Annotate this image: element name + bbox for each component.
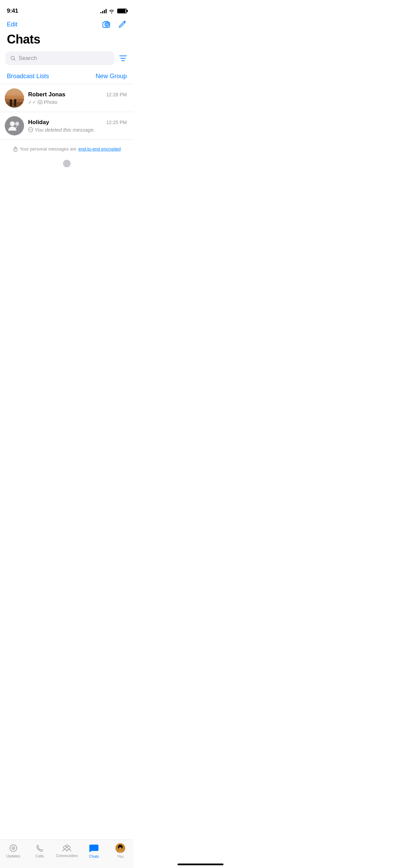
svg-point-14 xyxy=(5,116,24,135)
chat-name-holiday: Holiday xyxy=(28,119,49,126)
blocked-icon xyxy=(28,127,33,132)
search-icon xyxy=(10,56,16,61)
edit-button[interactable]: Edit xyxy=(7,21,17,28)
battery-icon xyxy=(117,9,127,13)
chat-content-robert-jonas: Robert Jonas 12:28 PM ✓✓ Photo xyxy=(28,91,127,105)
signal-icon xyxy=(100,9,107,13)
group-avatar-icon xyxy=(5,116,24,135)
deleted-text: You deleted this message. xyxy=(35,127,95,133)
chat-preview-robert-jonas: ✓✓ Photo xyxy=(28,99,127,105)
chat-item-robert-jonas[interactable]: Robert Jonas 12:28 PM ✓✓ Photo xyxy=(0,84,134,112)
chat-preview-text-robert-jonas: Photo xyxy=(44,99,57,105)
new-group-button[interactable]: New Group xyxy=(96,73,127,80)
chat-item-holiday[interactable]: Holiday 12:25 PM You deleted this messag… xyxy=(0,112,134,140)
encryption-link[interactable]: end-to-end encrypted xyxy=(78,146,121,152)
search-area: Search xyxy=(0,51,134,71)
lock-icon xyxy=(13,146,18,152)
camera-icon xyxy=(102,20,112,28)
status-icons xyxy=(100,9,127,13)
chat-content-holiday: Holiday 12:25 PM You deleted this messag… xyxy=(28,119,127,133)
svg-rect-7 xyxy=(5,88,24,99)
svg-rect-12 xyxy=(14,101,16,106)
broadcast-lists-button[interactable]: Broadcast Lists xyxy=(7,73,49,80)
svg-point-13 xyxy=(39,101,41,103)
loading-indicator xyxy=(63,160,71,167)
loading-dot xyxy=(0,156,134,171)
search-placeholder: Search xyxy=(19,55,37,62)
compose-button[interactable] xyxy=(118,20,127,29)
page-title: Chats xyxy=(0,31,134,51)
chat-preview-holiday: You deleted this message. xyxy=(28,127,127,133)
chat-time-robert-jonas: 12:28 PM xyxy=(106,92,127,97)
status-time: 9:41 xyxy=(7,8,18,14)
compose-icon xyxy=(118,20,127,29)
wifi-icon xyxy=(109,9,114,13)
chat-top-holiday: Holiday 12:25 PM xyxy=(28,119,127,126)
double-check-icon: ✓✓ xyxy=(28,99,36,105)
status-bar: 9:41 xyxy=(0,0,134,17)
header-icon-group xyxy=(102,20,127,29)
camera-button[interactable] xyxy=(102,20,112,28)
filter-icon xyxy=(119,55,127,61)
svg-point-16 xyxy=(15,122,19,126)
avatar-holiday xyxy=(5,116,24,135)
svg-point-0 xyxy=(106,23,108,25)
filter-button[interactable] xyxy=(118,54,128,63)
header-actions: Edit xyxy=(0,17,134,31)
camera-preview-icon xyxy=(38,100,42,104)
chat-name-robert-jonas: Robert Jonas xyxy=(28,91,65,98)
chat-list: Robert Jonas 12:28 PM ✓✓ Photo xyxy=(0,84,134,140)
svg-rect-10 xyxy=(10,101,12,106)
svg-point-15 xyxy=(10,121,15,126)
action-row: Broadcast Lists New Group xyxy=(0,71,134,84)
avatar-rj-svg xyxy=(5,88,24,108)
svg-point-19 xyxy=(15,149,16,150)
avatar-robert-jonas xyxy=(5,88,24,108)
encryption-text: Your personal messages are xyxy=(20,146,76,152)
encryption-notice: Your personal messages are end-to-end en… xyxy=(0,140,134,156)
chat-time-holiday: 12:25 PM xyxy=(106,120,127,125)
search-bar[interactable]: Search xyxy=(5,51,114,65)
chat-top-robert-jonas: Robert Jonas 12:28 PM xyxy=(28,91,127,98)
